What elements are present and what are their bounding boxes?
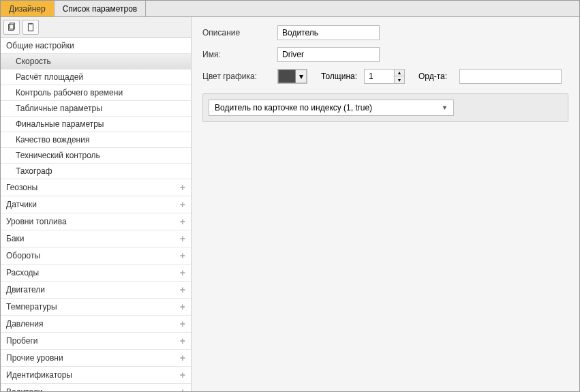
group-sensors[interactable]: Датчики+ (1, 196, 191, 213)
group-label: Расходы (6, 268, 39, 277)
group-consumption[interactable]: Расходы+ (1, 265, 191, 282)
group-label: Давления (6, 319, 43, 329)
name-label: Имя: (202, 50, 271, 59)
plus-icon[interactable]: + (180, 387, 185, 391)
thickness-spinner: ▲ ▼ (395, 69, 405, 84)
name-input[interactable] (277, 47, 380, 62)
group-general[interactable]: Общие настройки (1, 38, 191, 54)
item-driving-quality[interactable]: Качество вождения (1, 132, 191, 148)
group-label: Уровни топлива (6, 217, 67, 226)
plus-icon[interactable]: + (180, 318, 185, 329)
paste-button[interactable] (22, 20, 39, 35)
copy-button[interactable] (3, 20, 20, 35)
paste-icon (26, 22, 35, 32)
group-rpm[interactable]: Обороты+ (1, 247, 191, 265)
group-drivers[interactable]: Водители+ (1, 384, 191, 391)
plus-icon[interactable]: + (180, 301, 185, 312)
plus-icon[interactable]: + (180, 284, 185, 295)
group-label: Общие настройки (6, 41, 74, 50)
item-area-calc[interactable]: Расчёт площадей (1, 70, 191, 85)
group-label: Температуры (6, 302, 57, 312)
tab-params-list[interactable]: Список параметров (55, 1, 147, 16)
group-label: Водители (6, 387, 42, 391)
sidebar: Общие настройки Скорость Расчёт площадей… (1, 17, 192, 391)
group-label: Пробеги (6, 336, 37, 346)
ord-label: Орд-та: (418, 72, 453, 81)
svg-rect-2 (29, 24, 33, 31)
spinner-down[interactable]: ▼ (395, 76, 404, 83)
group-label: Двигатели (6, 285, 45, 295)
plus-icon[interactable]: + (180, 250, 185, 261)
plus-icon[interactable]: + (180, 370, 185, 380)
chevron-down-icon: ▼ (442, 104, 448, 111)
group-temperatures[interactable]: Температуры+ (1, 299, 191, 316)
dropdown-selected: Водитель по карточке по индексу (1, true… (215, 103, 372, 112)
group-label: Обороты (6, 251, 40, 260)
plus-icon[interactable]: + (180, 267, 185, 278)
group-label: Баки (6, 234, 25, 243)
plus-icon[interactable]: + (180, 216, 185, 227)
color-swatch (278, 70, 296, 83)
group-engines[interactable]: Двигатели+ (1, 282, 191, 299)
color-dropdown-arrow[interactable]: ▾ (296, 70, 307, 83)
group-label: Датчики (6, 200, 37, 209)
item-worktime[interactable]: Контроль рабочего времени (1, 85, 191, 101)
item-tech-control[interactable]: Технический контроль (1, 148, 191, 164)
thickness-input[interactable] (364, 69, 395, 84)
sidebar-tree: Общие настройки Скорость Расчёт площадей… (1, 38, 191, 391)
sidebar-toolbar (1, 17, 191, 38)
group-fuel-levels[interactable]: Уровни топлива+ (1, 213, 191, 230)
group-geozones[interactable]: Геозоны+ (1, 179, 191, 196)
group-label: Идентификаторы (6, 370, 72, 380)
item-speed[interactable]: Скорость (1, 54, 191, 70)
plus-icon[interactable]: + (180, 233, 185, 244)
content-panel: Описание Имя: Цвет графика: ▾ Толщина: ▲… (192, 17, 579, 391)
group-label: Прочие уровни (6, 353, 63, 363)
copy-icon (7, 22, 16, 32)
group-other-levels[interactable]: Прочие уровни+ (1, 350, 191, 367)
spinner-up[interactable]: ▲ (395, 70, 404, 76)
function-dropdown[interactable]: Водитель по карточке по индексу (1, true… (209, 100, 454, 116)
thickness-label: Толщина: (321, 72, 357, 81)
group-label: Геозоны (6, 183, 37, 192)
tab-designer[interactable]: Дизайнер (1, 1, 55, 16)
group-identifiers[interactable]: Идентификаторы+ (1, 367, 191, 384)
group-pressures[interactable]: Давления+ (1, 316, 191, 333)
plus-icon[interactable]: + (180, 182, 185, 193)
plus-icon[interactable]: + (180, 335, 185, 346)
desc-label: Описание (202, 28, 271, 37)
color-label: Цвет графика: (202, 72, 271, 81)
desc-input[interactable] (277, 25, 380, 40)
item-table-params[interactable]: Табличные параметры (1, 101, 191, 117)
color-picker[interactable]: ▾ (277, 69, 307, 84)
svg-rect-3 (29, 23, 32, 25)
plus-icon[interactable]: + (180, 199, 185, 210)
dropdown-panel: Водитель по карточке по индексу (1, true… (202, 93, 568, 122)
item-tachograph[interactable]: Тахограф (1, 164, 191, 179)
group-tanks[interactable]: Баки+ (1, 230, 191, 247)
group-mileage[interactable]: Пробеги+ (1, 333, 191, 350)
plus-icon[interactable]: + (180, 352, 185, 363)
item-final-params[interactable]: Финальные параметры (1, 117, 191, 132)
ord-input[interactable] (459, 69, 562, 84)
